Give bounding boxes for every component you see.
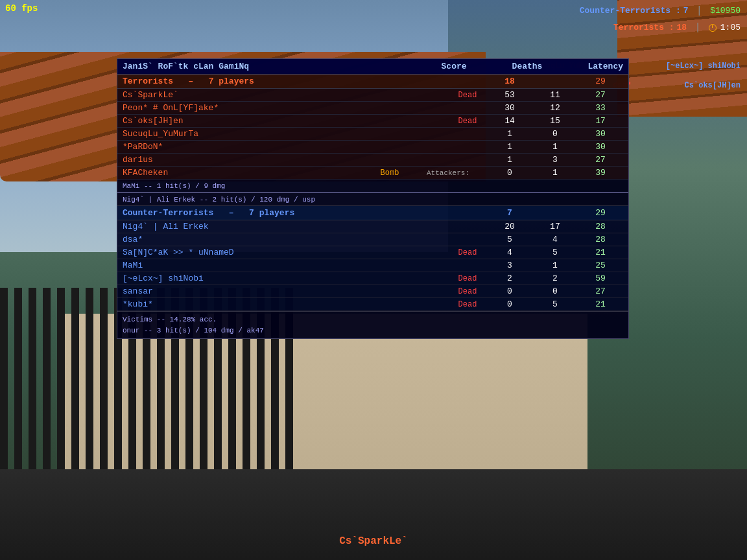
player-latency: 39 bbox=[578, 168, 623, 178]
player-latency: 27 bbox=[578, 90, 623, 100]
player-overlay-csoks: Cs`oks[JH]en bbox=[685, 81, 741, 90]
scoreboard-title: JaniS` RoF`tk cLan GamiNq bbox=[123, 62, 249, 71]
fps-counter: 60 fps bbox=[5, 3, 38, 14]
player-latency: 33 bbox=[578, 103, 623, 113]
bomb-label: Bomb bbox=[370, 169, 409, 178]
ct-row: Counter-Terrorists : 7 | $10950 bbox=[580, 3, 741, 20]
player-deaths: 1 bbox=[532, 142, 578, 152]
fps-value: 60 fps bbox=[5, 3, 38, 14]
player-deaths: 1 bbox=[532, 168, 578, 178]
t-row: Terrorists : 18 | 1:05 bbox=[580, 20, 741, 37]
player-score: 30 bbox=[487, 103, 532, 113]
table-row: Sa[N]C*aK >> * uNnameD Dead 4 5 21 bbox=[117, 246, 628, 259]
table-row: SucuqLu_YuMurTa 1 0 30 bbox=[117, 128, 628, 141]
kill-feed: Victims -- 14.28% acc. onur -- 3 hit(s) … bbox=[117, 311, 628, 338]
clock-icon bbox=[709, 24, 717, 32]
player-name: Sa[N]C*aK >> * uNnameD bbox=[123, 248, 448, 257]
player-deaths: 2 bbox=[532, 274, 578, 283]
player-latency: 21 bbox=[578, 299, 623, 309]
money-display: $10950 bbox=[710, 5, 741, 18]
table-row: MaMi 3 1 25 bbox=[117, 259, 628, 272]
table-row: dsa* 5 4 28 bbox=[117, 233, 628, 246]
player-name: Cs`oks[JH]en bbox=[123, 116, 448, 126]
player-score: 1 bbox=[487, 155, 532, 165]
player-name: Nig4` | Ali Erkek bbox=[123, 222, 448, 231]
player-score: 53 bbox=[487, 90, 532, 100]
player-name: Peon* # OnL[YF]ake* bbox=[123, 103, 448, 113]
table-row: sansar Dead 0 0 27 bbox=[117, 285, 628, 298]
kill-feed-text: MaMi -- 1 hit(s) / 9 dmg bbox=[123, 182, 225, 190]
bottom-player-name: Cs`SparkLe` bbox=[339, 535, 408, 547]
player-name: *kubi* bbox=[123, 299, 448, 309]
player-latency: 25 bbox=[578, 261, 623, 270]
kill-feed-text: Nig4` | Ali Erkek -- 2 hit(s) / 120 dmg … bbox=[123, 196, 315, 204]
player-score: 4 bbox=[487, 248, 532, 257]
table-row: [~eLcx~] shiNobi Dead 2 2 59 bbox=[117, 272, 628, 285]
player-score: 2 bbox=[487, 274, 532, 283]
kill-feed-line: Nig4` | Ali Erkek -- 2 hit(s) / 120 dmg … bbox=[117, 192, 628, 206]
table-row: Cs`SparkLe` Dead 53 11 27 bbox=[117, 89, 628, 102]
terrorists-header: Terrorists – 7 players 18 29 bbox=[117, 75, 628, 89]
player-latency: 27 bbox=[578, 155, 623, 165]
player-name: dar1us bbox=[123, 155, 448, 165]
player-deaths: 17 bbox=[532, 222, 578, 231]
player-name: sansar bbox=[123, 286, 448, 296]
player-status: Dead bbox=[448, 91, 487, 100]
player-score: 1 bbox=[487, 129, 532, 139]
player-score: 1 bbox=[487, 142, 532, 152]
player-latency: 30 bbox=[578, 129, 623, 139]
player-deaths: 1 bbox=[532, 261, 578, 270]
player-name: *PaRDoN* bbox=[123, 142, 448, 152]
kill-feed-line-1: Victims -- 14.28% acc. bbox=[123, 314, 623, 325]
player-name: [~eLcx~] shiNobi bbox=[123, 274, 448, 283]
terrorists-score: 18 bbox=[487, 76, 532, 86]
table-row: Nig4` | Ali Erkek 20 17 28 bbox=[117, 220, 628, 233]
table-row: KFACheken Bomb Attackers: 0 1 39 bbox=[117, 167, 628, 180]
player-latency: 21 bbox=[578, 248, 623, 257]
player-deaths: 3 bbox=[532, 155, 578, 165]
table-row: Peon* # OnL[YF]ake* 30 12 33 bbox=[117, 102, 628, 115]
player-name: MaMi bbox=[123, 261, 448, 270]
col-deaths-label: Deaths bbox=[512, 62, 543, 71]
player-name: KFACheken bbox=[123, 168, 370, 178]
player-deaths: 15 bbox=[532, 116, 578, 126]
player-name: Cs`SparkLe` bbox=[123, 90, 448, 100]
player-status: Dead bbox=[448, 300, 487, 309]
t-label: Terrorists : bbox=[613, 21, 674, 35]
player-status: Dead bbox=[448, 287, 487, 296]
player-latency: 27 bbox=[578, 286, 623, 296]
scoreboard: JaniS` RoF`tk cLan GamiNq Score Deaths L… bbox=[117, 58, 629, 339]
player-score: 3 bbox=[487, 261, 532, 270]
terrorists-label: Terrorists – 7 players bbox=[123, 76, 487, 86]
table-row: Cs`oks[JH]en Dead 14 15 17 bbox=[117, 115, 628, 128]
player-deaths: 0 bbox=[532, 286, 578, 296]
attackers-label: Attackers: bbox=[409, 169, 487, 177]
player-deaths: 5 bbox=[532, 299, 578, 309]
player-deaths: 4 bbox=[532, 235, 578, 244]
ct-header: Counter-Terrorists – 7 players 7 29 bbox=[117, 206, 628, 220]
player-deaths: 12 bbox=[532, 103, 578, 113]
col-score-label: Score bbox=[442, 62, 467, 71]
col-latency-label: Latency bbox=[587, 62, 623, 71]
table-row: *kubi* Dead 0 5 21 bbox=[117, 298, 628, 311]
player-latency: 28 bbox=[578, 235, 623, 244]
player-status: Dead bbox=[448, 274, 487, 283]
table-row: *PaRDoN* 1 1 30 bbox=[117, 141, 628, 154]
player-score: 14 bbox=[487, 116, 532, 126]
player-deaths: 5 bbox=[532, 248, 578, 257]
scoreboard-header: JaniS` RoF`tk cLan GamiNq Score Deaths L… bbox=[117, 59, 628, 75]
player-deaths: 0 bbox=[532, 129, 578, 139]
player-status: Dead bbox=[448, 248, 487, 257]
ct-latency: 29 bbox=[578, 208, 623, 218]
player-latency: 59 bbox=[578, 274, 623, 283]
player-score: 0 bbox=[487, 299, 532, 309]
ct-label: Counter-Terrorists : bbox=[580, 5, 681, 18]
player-score: 0 bbox=[487, 168, 532, 178]
player-score: 0 bbox=[487, 286, 532, 296]
kill-feed-line-2: onur -- 3 hit(s) / 104 dmg / ak47 bbox=[123, 325, 623, 336]
player-latency: 30 bbox=[578, 142, 623, 152]
hud-panel: Counter-Terrorists : 7 | $10950 Terroris… bbox=[580, 3, 741, 36]
player-latency: 28 bbox=[578, 222, 623, 231]
player-latency: 17 bbox=[578, 116, 623, 126]
player-score: 5 bbox=[487, 235, 532, 244]
